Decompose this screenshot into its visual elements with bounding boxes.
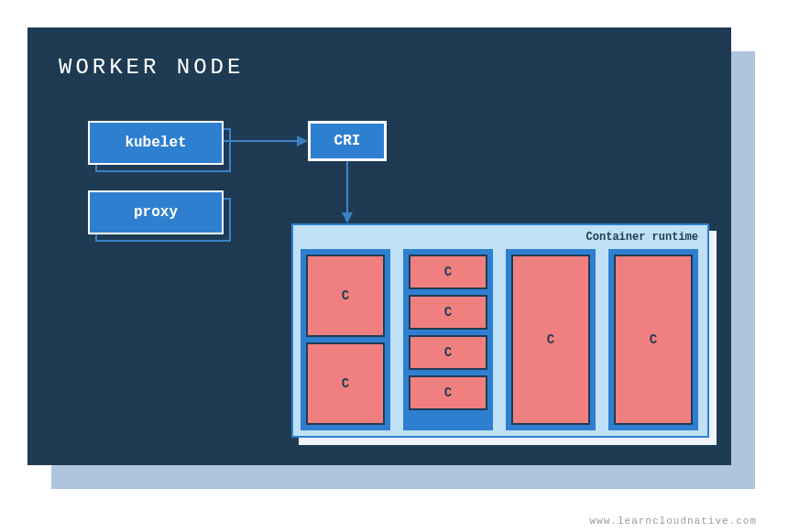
attribution: www.learncloudnative.com <box>590 516 757 527</box>
runtime-label: Container runtime <box>586 231 698 244</box>
arrow-cri-to-runtime <box>346 161 348 214</box>
container: C <box>409 335 487 370</box>
pod: C <box>506 249 596 430</box>
arrowhead-cri-to-runtime <box>342 212 353 223</box>
arrow-kubelet-to-cri <box>224 140 299 142</box>
kubelet-label: kubelet <box>125 135 186 151</box>
pod: C <box>608 249 698 430</box>
container: C <box>306 255 385 337</box>
diagram-canvas: WORKER NODE kubelet proxy CRI Container … <box>27 27 761 494</box>
kubelet-box: kubelet <box>88 121 224 165</box>
panel-title: WORKER NODE <box>59 55 700 80</box>
container-runtime-box: Container runtime C C C C C C C C <box>291 223 709 438</box>
worker-node-panel: WORKER NODE kubelet proxy CRI Container … <box>27 27 731 465</box>
pod: C C C C <box>403 249 493 430</box>
cri-box: CRI <box>308 121 387 161</box>
proxy-box: proxy <box>88 190 224 234</box>
pod: C C <box>301 249 390 430</box>
container: C <box>511 255 590 425</box>
container: C <box>409 375 487 410</box>
container: C <box>306 342 385 425</box>
arrowhead-kubelet-to-cri <box>297 136 308 147</box>
container: C <box>614 255 693 425</box>
container: C <box>409 255 487 289</box>
cri-label: CRI <box>334 133 361 149</box>
pods-row: C C C C C C C C <box>301 249 698 430</box>
proxy-label: proxy <box>134 204 178 221</box>
container: C <box>409 295 487 330</box>
